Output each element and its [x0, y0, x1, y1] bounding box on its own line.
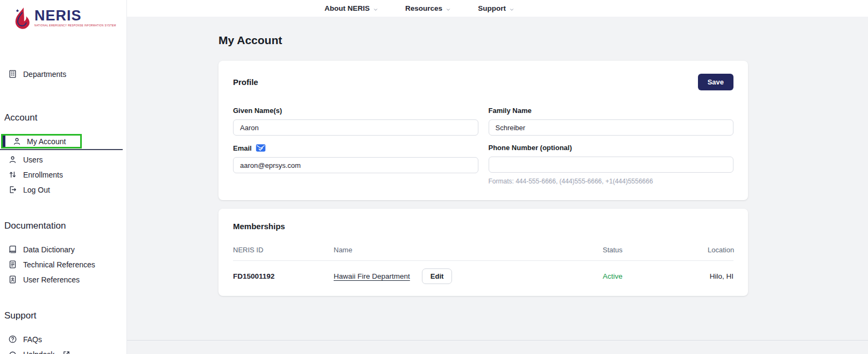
memberships-card: Memberships NERIS ID Name Status Locatio… — [218, 209, 748, 296]
membership-neris-id: FD15001192 — [233, 272, 334, 280]
column-header-neris-id: NERIS ID — [233, 246, 334, 254]
active-item-underline: My Account — [0, 134, 123, 150]
page-title: My Account — [218, 34, 868, 47]
column-header-location: Location — [708, 246, 734, 254]
topnav-resources[interactable]: Resources — [405, 4, 451, 12]
profile-card: Profile Save Given Name(s) Family Name — [218, 61, 748, 200]
email-input[interactable] — [233, 157, 478, 173]
document-lines-icon — [8, 260, 17, 269]
sidebar-item-faqs[interactable]: FAQs — [0, 332, 126, 346]
brand-tagline: NATIONAL EMERGENCY RESPONSE INFORMATION … — [34, 24, 116, 27]
sidebar-item-my-account[interactable]: My Account — [1, 134, 82, 148]
phone-label: Phone Number (optional) — [489, 144, 734, 152]
main-column: About NERIS Resources Support My Account… — [127, 0, 868, 354]
person-icon — [8, 155, 17, 164]
sidebar-item-data-dictionary[interactable]: Data Dictionary — [0, 242, 126, 257]
chevron-down-icon — [509, 6, 514, 11]
membership-status-badge: Active — [603, 272, 708, 280]
sidebar: NERIS NATIONAL EMERGENCY RESPONSE INFORM… — [0, 0, 127, 354]
neris-logo: NERIS NATIONAL EMERGENCY RESPONSE INFORM… — [0, 5, 126, 33]
edit-membership-button[interactable]: Edit — [422, 268, 453, 284]
book-icon — [8, 245, 17, 254]
top-navigation: About NERIS Resources Support — [127, 0, 868, 17]
sidebar-section-support: Support — [0, 310, 126, 321]
given-name-field-group: Given Name(s) — [233, 107, 478, 136]
question-circle-icon — [8, 335, 17, 344]
neris-logo-text: NERIS NATIONAL EMERGENCY RESPONSE INFORM… — [34, 9, 116, 27]
memberships-table-header: NERIS ID Name Status Location — [233, 246, 733, 261]
phone-format-hint: Formats: 444-555-6666, (444)555-6666, +1… — [489, 178, 734, 185]
sidebar-item-label: Helpdesk — [23, 350, 54, 354]
profile-card-title: Profile — [233, 77, 258, 87]
building-icon — [8, 69, 17, 79]
email-verified-icon — [256, 144, 266, 152]
logout-icon — [8, 185, 17, 194]
topnav-label: Support — [478, 4, 506, 12]
sidebar-item-user-references[interactable]: User References — [0, 272, 126, 287]
sidebar-item-technical-references[interactable]: Technical References — [0, 257, 126, 272]
memberships-card-title: Memberships — [233, 222, 733, 231]
footer-divider — [127, 340, 868, 341]
external-link-icon — [62, 350, 70, 354]
sidebar-item-label: User References — [23, 275, 80, 284]
family-name-label: Family Name — [489, 107, 734, 115]
sidebar-item-label: Departments — [23, 70, 66, 79]
topnav-about-neris[interactable]: About NERIS — [324, 4, 378, 12]
sidebar-item-log-out[interactable]: Log Out — [0, 182, 126, 197]
chevron-down-icon — [446, 6, 451, 11]
membership-location: Hilo, HI — [708, 272, 733, 280]
chevron-down-icon — [373, 6, 378, 11]
given-name-label: Given Name(s) — [233, 107, 478, 115]
sidebar-section-documentation: Documentation — [0, 221, 126, 231]
sidebar-item-users[interactable]: Users — [0, 152, 126, 167]
sidebar-item-label: Enrollments — [23, 171, 63, 179]
app-root: NERIS NATIONAL EMERGENCY RESPONSE INFORM… — [0, 0, 868, 354]
sidebar-item-label: Log Out — [23, 186, 50, 194]
phone-field-group: Phone Number (optional) Formats: 444-555… — [489, 144, 734, 185]
column-header-name: Name — [334, 246, 603, 254]
membership-department-link[interactable]: Hawaii Fire Department — [334, 272, 410, 280]
content-area: My Account Profile Save Given Name(s) Fa… — [127, 17, 868, 354]
enrollments-arrows-icon — [8, 170, 17, 179]
topnav-label: Resources — [405, 4, 442, 12]
family-name-input[interactable] — [489, 119, 734, 136]
brand-name: NERIS — [34, 9, 116, 23]
headset-icon — [8, 350, 17, 354]
document-person-icon — [8, 275, 17, 284]
sidebar-item-label: FAQs — [23, 335, 42, 344]
save-button[interactable]: Save — [698, 74, 733, 90]
sidebar-item-enrollments[interactable]: Enrollments — [0, 167, 126, 182]
phone-input[interactable] — [489, 157, 734, 173]
column-header-status: Status — [603, 246, 708, 254]
given-name-input[interactable] — [233, 119, 478, 136]
sidebar-item-helpdesk[interactable]: Helpdesk — [0, 347, 126, 354]
topnav-support[interactable]: Support — [478, 4, 514, 12]
email-label: Email — [233, 144, 252, 152]
sidebar-item-label: Data Dictionary — [23, 245, 75, 254]
email-field-group: Email — [233, 144, 478, 185]
membership-row: FD15001192 Hawaii Fire Department Edit A… — [233, 261, 733, 289]
person-icon — [12, 137, 22, 146]
sidebar-item-departments[interactable]: Departments — [0, 67, 126, 81]
sidebar-section-account: Account — [0, 112, 126, 123]
family-name-field-group: Family Name — [489, 107, 734, 136]
sidebar-item-label: Technical References — [23, 260, 95, 269]
sidebar-item-label: Users — [23, 155, 43, 164]
neris-flame-icon — [12, 6, 32, 31]
sidebar-item-label: My Account — [27, 137, 66, 146]
topnav-label: About NERIS — [324, 4, 370, 12]
